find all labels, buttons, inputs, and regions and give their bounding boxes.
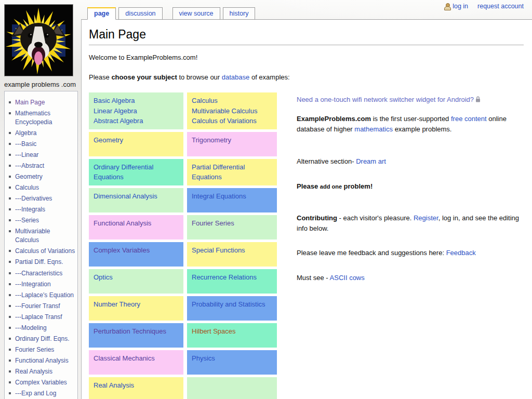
page-title: Main Page xyxy=(89,28,524,45)
subject-cell-special-functions: Special Functions xyxy=(187,242,277,267)
tab-history[interactable]: history xyxy=(223,7,256,20)
sidebar-link[interactable]: Geometry xyxy=(15,173,43,180)
register-link[interactable]: Register xyxy=(414,214,438,222)
tab-page[interactable]: page xyxy=(87,7,116,20)
subject-cell-complex-variables: Complex Variables xyxy=(89,242,183,267)
sidebar-link[interactable]: ---Abstract xyxy=(15,162,44,169)
subject-link[interactable]: Trigonometry xyxy=(192,135,272,145)
subject-cell-dimensional-analysis: Dimensional Analysis xyxy=(89,188,183,212)
subject-cell-optics: Optics xyxy=(89,269,183,294)
sidebar-link[interactable]: ---Modeling xyxy=(15,324,47,331)
subject-link[interactable]: Integral Equations xyxy=(192,191,272,202)
subject-link[interactable]: Optics xyxy=(94,272,179,283)
sidebar-item-calculus: Calculus xyxy=(8,183,75,192)
subject-link[interactable]: Calculus xyxy=(192,96,272,106)
subject-link[interactable]: Geometry xyxy=(94,135,179,145)
subject-link[interactable]: Linear Algebra xyxy=(94,106,179,116)
ascii-cows-link[interactable]: ASCII cows xyxy=(330,274,365,282)
subject-link[interactable]: Dimensional Analysis xyxy=(94,191,179,202)
sidebar-link[interactable]: Ordinary Diff. Eqns. xyxy=(15,335,69,342)
subject-cell-pde: Partial Differential Equations xyxy=(187,159,277,185)
sidebar-link[interactable]: ---Laplace Transf xyxy=(15,313,62,321)
sidebar-item-derivatives: ---Derivatives xyxy=(8,194,75,203)
sidebar-link[interactable]: ---Linear xyxy=(15,151,38,158)
sidebar-link[interactable]: ---Fourier Transf xyxy=(15,302,60,310)
subject-link[interactable]: Perturbation Techniques xyxy=(94,326,179,337)
wifi-widget-link[interactable]: Need a one-touch wifi network switcher w… xyxy=(297,96,474,103)
sidebar-link[interactable]: ---Integrals xyxy=(15,206,45,213)
subject-link[interactable]: Real Analysis xyxy=(94,380,179,391)
subject-link[interactable]: Fourier Series xyxy=(192,218,272,229)
sidebar-item-fourier-transf: ---Fourier Transf xyxy=(8,302,75,311)
subject-link[interactable]: Complex Variables xyxy=(94,245,179,256)
sidebar-item-modeling: ---Modeling xyxy=(8,324,75,332)
subject-link[interactable]: Probability and Statistics xyxy=(192,299,272,310)
feedback-link[interactable]: Feedback xyxy=(446,249,476,257)
dream-art-link[interactable]: Dream art xyxy=(356,157,386,165)
main-content: Main Page Welcome to ExampleProblems.com… xyxy=(81,19,532,399)
subject-link[interactable]: Physics xyxy=(192,353,272,364)
alternative-section-line: Alternative section- Dream art xyxy=(297,156,521,167)
tab-view-source[interactable]: view source xyxy=(172,7,220,20)
tab-discussion[interactable]: discussion xyxy=(118,7,162,20)
subject-link[interactable]: Classical Mechanics xyxy=(94,353,179,364)
sidebar-link[interactable]: ---Characteristics xyxy=(15,270,62,277)
subject-link[interactable]: Number Theory xyxy=(94,299,179,310)
subject-link[interactable]: Recurrence Relations xyxy=(192,272,272,283)
sidebar-link[interactable]: Partial Diff. Eqns. xyxy=(15,258,63,265)
must-see-line: Must see - ASCII cows xyxy=(297,273,521,283)
sidebar-link[interactable]: Mathematics Encyclopedia xyxy=(15,110,52,126)
sidebar-link[interactable]: ---Exp and Log xyxy=(15,390,56,397)
sidebar-item-algebra: Algebra xyxy=(8,129,75,138)
sidebar-link[interactable]: ---Laplace's Equation xyxy=(15,291,74,299)
sidebar-item-ordinary-diff-eqns: Ordinary Diff. Eqns. xyxy=(8,335,75,343)
subject-link[interactable]: Calculus of Variations xyxy=(192,116,272,126)
sidebar-item-partial-diff-eqns: Partial Diff. Eqns. xyxy=(8,258,75,267)
free-content-link[interactable]: free content xyxy=(451,115,487,123)
sidebar-link[interactable]: Algebra xyxy=(15,129,36,137)
sidebar-link[interactable]: ---Basic xyxy=(15,140,36,148)
subject-link[interactable]: Partial Differential Equations xyxy=(192,162,272,182)
sidebar-item-basic: ---Basic xyxy=(8,140,75,149)
sidebar-link[interactable]: ---Integration xyxy=(15,281,51,288)
sidebar-item-abstract: ---Abstract xyxy=(8,162,75,170)
sidebar-item-integrals: ---Integrals xyxy=(8,205,75,214)
sidebar-link[interactable]: Main Page xyxy=(15,99,45,106)
site-logo[interactable] xyxy=(4,4,73,76)
sidebar: example problems .com Main Page Mathemat… xyxy=(0,19,81,399)
sidebar-item-exp-and-log: ---Exp and Log xyxy=(8,389,75,398)
request-account-link[interactable]: request account xyxy=(477,3,524,10)
sidebar-link[interactable]: Functional Analysis xyxy=(15,357,69,364)
lock-icon xyxy=(475,95,481,105)
sidebar-item-integration: ---Integration xyxy=(8,280,75,289)
subject-link[interactable]: Abstract Algebra xyxy=(94,116,179,126)
sidebar-link[interactable]: ---Series xyxy=(15,217,39,224)
sidebar-item-main-page: Main Page xyxy=(8,98,75,107)
sidebar-link[interactable]: ---Derivatives xyxy=(15,195,52,202)
sidebar-link[interactable]: Complex Variables xyxy=(15,379,67,386)
sidebar-link[interactable]: Fourier Series xyxy=(15,346,54,353)
subject-cell-hilbert-spaces: Hilbert Spaces xyxy=(187,323,277,348)
sidebar-link[interactable]: Multivariable Calculus xyxy=(15,228,50,244)
subject-cell-physics: Physics xyxy=(187,350,277,375)
sidebar-link[interactable]: Real Analysis xyxy=(15,368,52,375)
user-links: log in request account xyxy=(444,3,524,10)
top-bar: log in request account page discussion v… xyxy=(0,0,532,19)
sidebar-link[interactable]: Calculus of Variations xyxy=(15,247,75,255)
sidebar-link[interactable]: Calculus xyxy=(15,184,39,191)
add-problem-line: Please add one problem! xyxy=(297,181,521,192)
feedback-line: Please leave me feedback and suggestions… xyxy=(297,248,521,258)
subject-link[interactable]: Multivariable Calculus xyxy=(192,106,272,116)
choose-subject-line: Please choose your subject to browse our… xyxy=(89,72,524,83)
subject-link[interactable]: Special Functions xyxy=(192,245,272,256)
contributing-line: Contributing - each visitor's pleasure. … xyxy=(297,213,521,234)
database-link[interactable]: database xyxy=(222,73,250,81)
subject-link[interactable]: Functional Analysis xyxy=(94,218,179,229)
login-link[interactable]: log in xyxy=(453,3,468,10)
mathematics-link[interactable]: mathematics xyxy=(354,125,393,133)
subject-link[interactable]: Hilbert Spaces xyxy=(192,326,272,337)
welcome-text: Welcome to ExampleProblems.com! xyxy=(89,52,524,63)
subject-link[interactable]: Ordinary Differential Equations xyxy=(94,162,179,182)
subject-link[interactable]: Basic Algebra xyxy=(94,96,179,106)
sidebar-item-series: ---Series xyxy=(8,216,75,225)
